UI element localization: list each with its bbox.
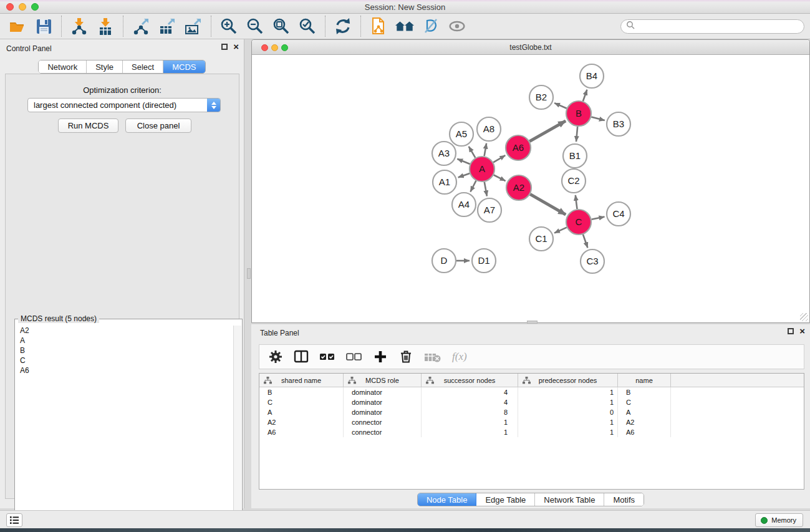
cell-shared-name[interactable]: A6 xyxy=(259,427,344,437)
graph-edge-C-C2[interactable] xyxy=(576,195,577,209)
run-mcds-button[interactable]: Run MCDS xyxy=(58,118,118,133)
cell-predecessor-nodes[interactable]: 0 xyxy=(518,407,618,417)
cell-MCDS-role[interactable]: dominator xyxy=(344,397,422,407)
graph-node-B2[interactable]: B2 xyxy=(529,85,553,109)
graph-node-C1[interactable]: C1 xyxy=(529,227,553,251)
table-splitter-grip[interactable] xyxy=(527,321,538,324)
graph-edge-A6-B[interactable] xyxy=(529,121,566,142)
graph-node-C[interactable]: C xyxy=(566,210,591,235)
graph-edge-C-C3[interactable] xyxy=(583,235,588,248)
graph-edge-A-A1[interactable] xyxy=(458,173,470,178)
graph-node-B1[interactable]: B1 xyxy=(563,144,587,168)
tab-style[interactable]: Style xyxy=(87,60,123,73)
close-table-panel-icon[interactable]: × xyxy=(799,328,805,334)
import-table-icon[interactable] xyxy=(95,16,115,36)
zoom-selected-icon[interactable] xyxy=(297,16,317,36)
cell-MCDS-role[interactable]: connector xyxy=(344,417,422,427)
save-icon[interactable] xyxy=(34,16,54,36)
table-row[interactable]: Adominator80A xyxy=(259,407,804,417)
zoom-fit-icon[interactable] xyxy=(271,16,291,36)
graph-edge-B-B4[interactable] xyxy=(583,90,587,102)
graph-edge-C-C1[interactable] xyxy=(554,228,567,233)
column-header-MCDS-role[interactable]: MCDS role xyxy=(344,374,422,387)
result-list-item[interactable]: A xyxy=(16,336,233,346)
refresh-icon[interactable] xyxy=(333,16,353,36)
cell-shared-name[interactable]: C xyxy=(259,397,344,407)
network-canvas[interactable]: B4 B2 B B3 A5 A8 A6 A3 B1 A C2 A1 A2 xyxy=(252,55,809,322)
open-folder-icon[interactable] xyxy=(7,16,27,36)
graph-node-C3[interactable]: C3 xyxy=(581,249,604,273)
float-table-panel-icon[interactable] xyxy=(788,328,794,334)
graph-node-A2[interactable]: A2 xyxy=(506,175,531,200)
cell-MCDS-role[interactable]: dominator xyxy=(344,407,422,417)
cell-MCDS-role[interactable]: dominator xyxy=(344,387,422,397)
cell-predecessor-nodes[interactable]: 1 xyxy=(518,427,618,437)
memory-button[interactable]: Memory xyxy=(755,513,803,527)
graph-edge-A-A5[interactable] xyxy=(469,147,476,158)
resize-grip-icon[interactable] xyxy=(800,313,808,321)
result-list-item[interactable]: B xyxy=(16,346,233,355)
network-graph[interactable]: B4 B2 B B3 A5 A8 A6 A3 B1 A C2 A1 A2 xyxy=(252,55,809,322)
table-row[interactable]: Bdominator41B xyxy=(259,387,804,397)
cell-successor-nodes[interactable]: 4 xyxy=(422,397,518,407)
tab-network[interactable]: Network xyxy=(39,60,87,73)
cell-MCDS-role[interactable]: connector xyxy=(344,427,422,437)
graph-edge-A-A8[interactable] xyxy=(485,143,487,157)
graph-edge-A2-C[interactable] xyxy=(530,194,566,215)
export-network-icon[interactable] xyxy=(131,16,151,36)
cell-shared-name[interactable]: B xyxy=(259,387,344,397)
result-scrollbar[interactable] xyxy=(233,326,241,531)
cell-predecessor-nodes[interactable]: 1 xyxy=(518,397,618,407)
export-table-icon[interactable] xyxy=(157,16,177,36)
graph-node-A6[interactable]: A6 xyxy=(506,135,531,160)
export-image-icon[interactable] xyxy=(183,16,203,36)
column-header-name[interactable]: name xyxy=(618,374,671,387)
table-row[interactable]: Cdominator41C xyxy=(259,397,804,407)
criterion-dropdown[interactable]: largest connected component (directed) xyxy=(27,98,221,112)
graph-node-A[interactable]: A xyxy=(470,157,494,181)
graph-edge-B-B3[interactable] xyxy=(591,117,605,120)
deselect-all-icon[interactable] xyxy=(346,349,362,365)
result-list-item[interactable]: A6 xyxy=(16,365,233,375)
delete-column-icon[interactable] xyxy=(398,349,413,365)
cell-name[interactable]: A2 xyxy=(618,417,671,427)
import-network-icon[interactable] xyxy=(69,16,89,36)
cell-name[interactable]: B xyxy=(618,387,671,397)
column-header-shared-name[interactable]: shared name xyxy=(259,374,344,387)
graph-edge-A-A3[interactable] xyxy=(457,159,470,164)
graph-node-A7[interactable]: A7 xyxy=(478,198,501,222)
task-history-button[interactable] xyxy=(6,513,22,527)
graph-edge-B-B2[interactable] xyxy=(554,103,567,109)
graph-node-A3[interactable]: A3 xyxy=(432,142,456,165)
tab-motifs[interactable]: Motifs xyxy=(604,493,644,506)
column-header-successor-nodes[interactable]: successor nodes xyxy=(422,374,518,387)
tab-edge-table[interactable]: Edge Table xyxy=(476,493,535,506)
graph-node-D1[interactable]: D1 xyxy=(472,249,496,273)
column-header-predecessor-nodes[interactable]: predecessor nodes xyxy=(518,374,618,387)
graph-node-A4[interactable]: A4 xyxy=(452,193,476,216)
result-list-item[interactable]: C xyxy=(16,355,233,365)
float-panel-icon[interactable] xyxy=(221,44,228,50)
zoom-in-icon[interactable] xyxy=(219,16,239,36)
graph-node-B3[interactable]: B3 xyxy=(607,112,630,136)
graph-edge-A-A4[interactable] xyxy=(470,181,476,192)
cell-name[interactable]: A xyxy=(618,407,671,417)
graph-edge-A-A7[interactable] xyxy=(485,182,487,196)
tab-mcds[interactable]: MCDS xyxy=(163,60,205,73)
add-column-icon[interactable] xyxy=(373,349,388,365)
network-window-titlebar[interactable]: testGlobe.txt xyxy=(252,40,809,55)
new-network-file-icon[interactable] xyxy=(369,16,388,36)
cell-shared-name[interactable]: A2 xyxy=(259,417,344,427)
table-row[interactable]: A2connector11A2 xyxy=(259,417,804,427)
cell-successor-nodes[interactable]: 8 xyxy=(422,407,518,417)
style-toggle-icon[interactable] xyxy=(421,16,441,36)
graph-node-B4[interactable]: B4 xyxy=(580,64,604,88)
graph-node-A1[interactable]: A1 xyxy=(433,170,456,194)
cell-name[interactable]: C xyxy=(618,397,671,407)
tab-network-table[interactable]: Network Table xyxy=(535,493,604,506)
graph-edge-A-A2[interactable] xyxy=(494,175,506,181)
graph-edge-C-C4[interactable] xyxy=(592,217,605,220)
home-icon[interactable] xyxy=(395,16,415,36)
graph-node-C4[interactable]: C4 xyxy=(607,202,630,226)
graph-edge-A-A6[interactable] xyxy=(493,155,505,162)
